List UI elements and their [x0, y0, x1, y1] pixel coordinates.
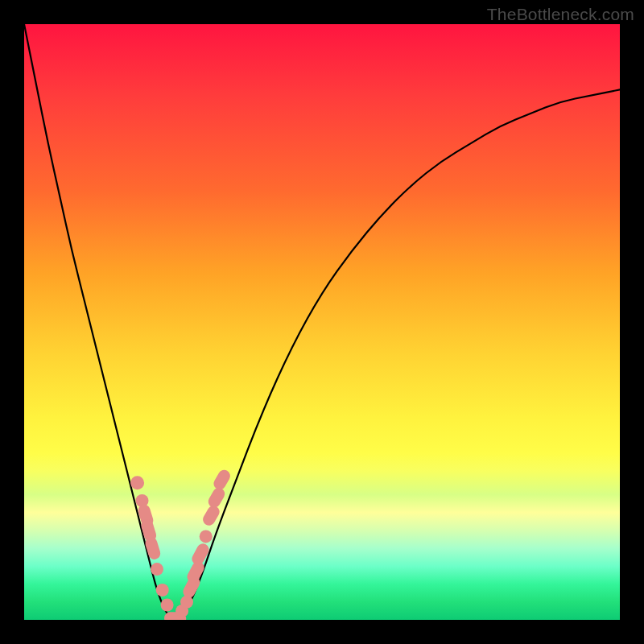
data-point-bead: [200, 530, 213, 543]
data-point-pill: [190, 542, 211, 568]
data-point-pill: [206, 485, 227, 510]
watermark-text: TheBottleneck.com: [487, 5, 634, 24]
bead-group: [130, 468, 233, 620]
chart-svg: [24, 24, 620, 620]
chart-frame: [24, 24, 620, 620]
data-point-bead: [180, 596, 193, 609]
data-point-bead: [161, 599, 174, 612]
bottleneck-curve: [24, 24, 620, 620]
data-point-bead: [156, 584, 169, 597]
data-point-bead: [151, 563, 163, 576]
data-point-pill: [212, 468, 233, 492]
data-point-bead: [130, 476, 144, 489]
